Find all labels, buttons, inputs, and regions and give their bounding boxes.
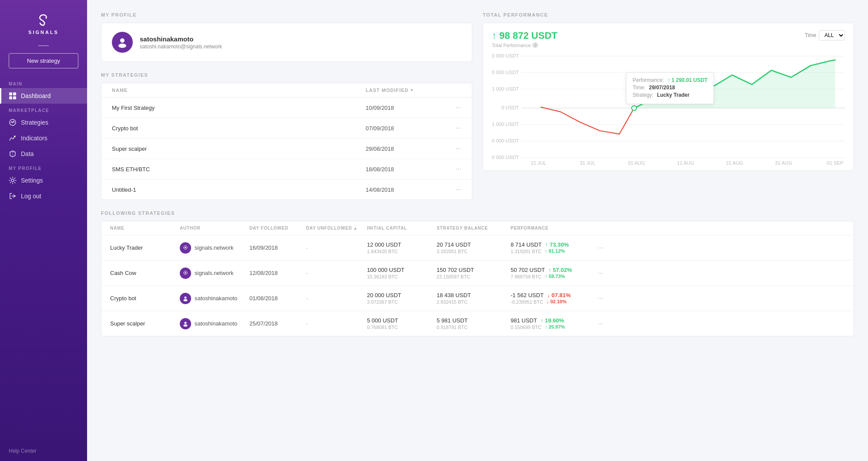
sidebar-item-strategies[interactable]: Strategies <box>0 115 87 130</box>
svg-text:100 000 USDT: 100 000 USDT <box>492 53 519 58</box>
following-initial-capital: 100 000 USDT 15.36183 BTC <box>367 267 437 279</box>
sidebar-section-marketplace: MARKETPLACE <box>0 105 87 115</box>
logout-icon <box>9 192 17 200</box>
following-initial-capital: 5 000 USDT 0.768091 BTC <box>367 317 437 330</box>
following-strategy-balance: 150 702 USDT 23.150597 BTC <box>437 267 511 279</box>
following-table-row[interactable]: Cash Cow signals.network 12/08/2018 - 10… <box>101 261 854 286</box>
svg-point-36 <box>184 299 188 301</box>
strategy-date: 10/09/2018 <box>366 105 444 111</box>
svg-point-6 <box>11 179 14 182</box>
strategy-table-row[interactable]: SMS ETH/BTC 18/08/2018 ··· <box>101 159 472 180</box>
svg-rect-3 <box>13 96 16 99</box>
following-section-title: FOLLOWING STRATEGIES <box>101 210 854 216</box>
following-menu-button[interactable]: ··· <box>598 269 611 277</box>
sidebar-item-settings-label: Settings <box>21 177 43 184</box>
strategy-table-row[interactable]: Super scalper 29/08/2018 ··· <box>101 139 472 159</box>
sidebar-section-main: MAIN <box>0 79 87 88</box>
col-author-header: AUTHOR <box>180 226 249 230</box>
perf-label: Total Performance i <box>492 42 557 48</box>
tooltip-time-value: 29/07/2018 <box>649 85 675 91</box>
svg-point-8 <box>118 44 126 48</box>
strategy-table-row[interactable]: My First Strategy 10/09/2018 ··· <box>101 98 472 118</box>
col-day-unfollowed-header[interactable]: DAY UNFOLLOWED ▲ <box>306 226 367 230</box>
following-day-unfollowed: - <box>306 295 367 302</box>
perf-value: ↑ 98 872 USDT <box>492 30 557 41</box>
strategy-menu-button[interactable]: ··· <box>444 186 461 193</box>
svg-text:31 JUL: 31 JUL <box>580 160 595 165</box>
following-menu-button[interactable]: ··· <box>598 295 611 302</box>
perf-top: ↑ 98 872 USDT Total Performance i Time A… <box>492 30 845 48</box>
strategies-table-header: NAME LAST MODIFIED ▼ <box>101 83 472 98</box>
col-performance-header: PERFORMANCE <box>511 226 598 230</box>
time-select[interactable]: ALL1M3M6M1Y <box>819 30 845 41</box>
strategy-menu-button[interactable]: ··· <box>444 165 461 173</box>
following-strategy-balance: 5 981 USDT 0.918791 BTC <box>437 317 511 330</box>
new-strategy-button[interactable]: New strategy <box>9 53 78 68</box>
sort-arrow-icon: ▼ <box>410 88 414 92</box>
svg-rect-0 <box>9 92 12 95</box>
strategy-menu-button[interactable]: ··· <box>444 104 461 112</box>
following-name: Lucky Trader <box>110 244 180 251</box>
strategy-menu-button[interactable]: ··· <box>444 124 461 132</box>
performance-card: ↑ 98 872 USDT Total Performance i Time A… <box>483 23 854 171</box>
right-column: TOTAL PERFORMANCE ↑ 98 872 USDT Total Pe… <box>483 12 854 200</box>
following-table-row[interactable]: Lucky Trader signals.network 16/09/2018 … <box>101 235 854 261</box>
help-center-link[interactable]: Help Center <box>0 441 87 461</box>
sidebar-item-indicators[interactable]: Indicators <box>0 130 87 146</box>
following-author: signals.network <box>180 242 249 254</box>
chart-container: 100 000 USDT 10 000 USDT 1 000 USDT 0 US… <box>492 51 845 165</box>
strategy-table-row[interactable]: Untitled-1 14/08/2018 ··· <box>101 180 472 200</box>
strategy-menu-button[interactable]: ··· <box>444 145 461 153</box>
svg-text:10 000 USDT: 10 000 USDT <box>492 70 519 75</box>
tooltip-strategy-value: Lucky Trader <box>657 92 690 98</box>
following-table-header: NAME AUTHOR DAY FOLLOWED DAY UNFOLLOWED … <box>101 221 854 235</box>
svg-text:11 AUG: 11 AUG <box>677 160 694 165</box>
strategy-name: Untitled-1 <box>112 186 366 193</box>
svg-text:01 SEP: 01 SEP <box>827 160 843 165</box>
strategies-table: NAME LAST MODIFIED ▼ My First Strategy 1… <box>101 83 472 200</box>
sidebar-logo: SIGNALS <box>0 0 87 42</box>
following-menu-button[interactable]: ··· <box>598 320 611 328</box>
col-name-header: NAME <box>110 226 180 230</box>
col-day-followed-header: DAY FOLLOWED <box>249 226 306 230</box>
svg-text:21 AUG: 21 AUG <box>726 160 743 165</box>
following-day-unfollowed: - <box>306 270 367 276</box>
strategy-date: 29/08/2018 <box>366 146 444 152</box>
following-rows: Lucky Trader signals.network 16/09/2018 … <box>101 235 854 336</box>
main-content: MY PROFILE satoshinakamoto satoshi.nakam… <box>87 0 868 461</box>
col-last-modified[interactable]: LAST MODIFIED ▼ <box>366 88 444 93</box>
svg-text:-10 000 USDT: -10 000 USDT <box>492 138 519 143</box>
following-day-followed: 25/07/2018 <box>249 320 306 327</box>
svg-rect-2 <box>9 96 12 99</box>
following-day-unfollowed: - <box>306 244 367 251</box>
sidebar-item-data[interactable]: Data <box>0 146 87 162</box>
data-icon <box>9 150 17 158</box>
sidebar-item-settings[interactable]: Settings <box>0 173 87 188</box>
sidebar-item-dashboard-label: Dashboard <box>21 92 51 99</box>
sidebar-item-logout-label: Log out <box>21 193 41 200</box>
following-performance: 50 702 USDT ↑ 57.02% 7.888759 BTC ↑ 59.7… <box>511 267 598 279</box>
col-strategy-balance-header: STRATEGY BALANCE <box>437 226 511 230</box>
following-table-row[interactable]: Super scalper satoshinakamoto 25/07/2018… <box>101 311 854 336</box>
svg-point-37 <box>185 322 187 324</box>
following-name: Super scalper <box>110 320 180 327</box>
avatar <box>112 32 133 53</box>
svg-point-7 <box>120 38 124 43</box>
sidebar-item-dashboard[interactable]: Dashboard <box>0 88 87 104</box>
svg-point-34 <box>632 106 636 111</box>
following-performance: -1 562 USDT ↓ 07.81% -0.239951 BTC ↓ 02.… <box>511 292 598 305</box>
strategies-rows: My First Strategy 10/09/2018 ··· Crypto … <box>101 98 472 200</box>
following-initial-capital: 20 000 USDT 3.072367 BTC <box>367 292 437 305</box>
following-menu-button[interactable]: ··· <box>598 244 611 252</box>
following-performance: 8 714 USDT ↑ 73.30% 1.319201 BTC ↑ 81.12… <box>511 241 598 254</box>
sidebar-item-logout[interactable]: Log out <box>0 188 87 204</box>
following-table-row[interactable]: Crypto bot satoshinakamoto 01/08/2018 - … <box>101 286 854 311</box>
strategy-date: 18/08/2018 <box>366 166 444 173</box>
logo-text: SIGNALS <box>28 30 59 35</box>
tooltip-time-label: Time: <box>632 85 646 91</box>
profile-card: satoshinakamoto satoshi.nakamoto@signals… <box>101 23 472 62</box>
time-selector: Time ALL1M3M6M1Y <box>805 30 845 41</box>
svg-text:31 AUG: 31 AUG <box>775 160 792 165</box>
col-initial-capital-header: INITIAL CAPITAL <box>367 226 437 230</box>
strategy-table-row[interactable]: Crypto bot 07/09/2018 ··· <box>101 118 472 139</box>
